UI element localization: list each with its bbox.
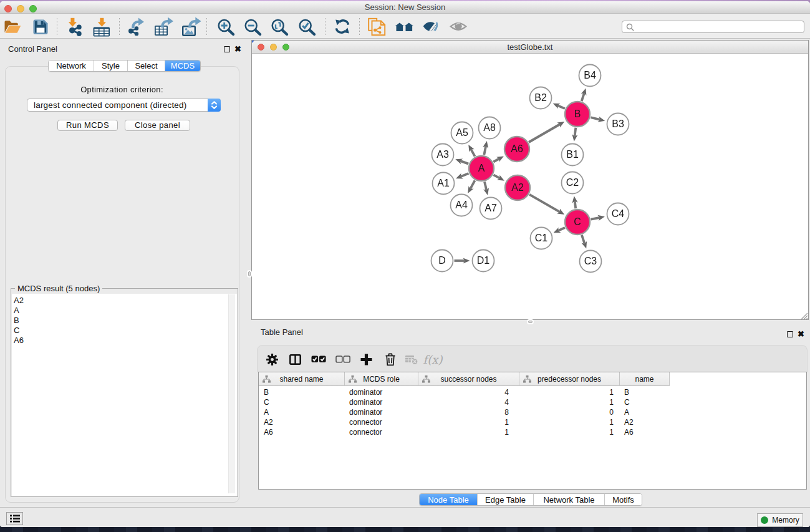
graph-node-B1[interactable]: B1 [562, 144, 584, 166]
graph-node-C[interactable]: C [565, 210, 590, 235]
column-header-shared-name[interactable]: shared name [259, 372, 345, 386]
graph-node-A8[interactable]: A8 [479, 117, 501, 139]
graph-node-B[interactable]: B [565, 102, 590, 127]
criterion-dropdown[interactable]: largest connected component (directed) [27, 99, 221, 112]
table-row[interactable]: A2connector11A2 [259, 417, 670, 427]
network-close-button[interactable] [258, 44, 264, 51]
new-column-button[interactable] [357, 346, 377, 373]
zoom-out-button[interactable] [244, 17, 264, 37]
export-table-button[interactable] [154, 17, 174, 37]
graph-node-A[interactable]: A [469, 156, 494, 181]
open-session-button[interactable] [2, 17, 22, 37]
show-all-icon [448, 17, 468, 37]
zoom-in-button[interactable] [217, 17, 237, 37]
refresh-layout-button[interactable] [332, 17, 352, 37]
save-session-button[interactable] [31, 17, 51, 37]
svg-text:B1: B1 [566, 149, 579, 160]
table-panel-close-icon[interactable]: ✖ [798, 331, 804, 338]
network-graph-canvas[interactable]: AA1A3A5A8A4A7A6A2BB2B4B3B1CC2C4C1C3DD1 [252, 54, 808, 320]
table-cell: 4 [418, 387, 509, 397]
zoom-selected-icon [298, 17, 318, 37]
split-pane-handle-left[interactable] [248, 271, 251, 276]
table-row[interactable]: A6connector11A6 [259, 427, 670, 437]
graph-node-B4[interactable]: B4 [579, 65, 601, 87]
first-neighbors-button[interactable] [395, 17, 415, 37]
result-scrollbar[interactable] [228, 294, 235, 493]
task-history-button[interactable] [6, 512, 23, 525]
graph-node-B3[interactable]: B3 [607, 114, 629, 135]
control-panel-close-icon[interactable]: ✖ [234, 46, 241, 53]
graph-node-A6[interactable]: A6 [504, 137, 529, 162]
delete-columns-button[interactable] [380, 346, 400, 373]
close-panel-button[interactable]: Close panel [125, 120, 190, 131]
tab-mcds[interactable]: MCDS [165, 60, 200, 71]
mcds-result-list[interactable]: A2ABCA6 [12, 296, 24, 346]
graph-node-A7[interactable]: A7 [480, 198, 502, 220]
column-header-MCDS-role[interactable]: MCDS role [345, 372, 418, 386]
function-builder-button[interactable]: f(x) [423, 346, 442, 373]
import-network-button[interactable] [65, 17, 85, 37]
import-table-button[interactable] [92, 17, 112, 37]
graph-node-C3[interactable]: C3 [580, 251, 602, 273]
tab-style[interactable]: Style [94, 60, 128, 71]
result-item[interactable]: A [14, 306, 24, 316]
tab-network[interactable]: Network [49, 60, 94, 71]
result-item[interactable]: C [14, 326, 24, 336]
zoom-window-button[interactable] [29, 5, 37, 12]
tab-network-table[interactable]: Network Table [534, 494, 605, 505]
graph-node-A2[interactable]: A2 [505, 175, 530, 200]
table-row[interactable]: Adominator80A [259, 407, 670, 417]
delete-table-button[interactable] [402, 346, 423, 373]
tab-edge-table[interactable]: Edge Table [478, 494, 534, 505]
graph-node-C2[interactable]: C2 [562, 172, 584, 194]
table-cell: 1 [519, 427, 614, 437]
table-cell: A2 [264, 417, 339, 427]
split-pane-handle-bottom[interactable] [528, 321, 533, 323]
select-all-columns-button[interactable] [307, 346, 330, 373]
table-row[interactable]: Bdominator41B [259, 387, 670, 397]
graph-node-A5[interactable]: A5 [451, 122, 473, 144]
window-resize-grip[interactable] [800, 311, 808, 319]
split-view-button[interactable] [286, 346, 306, 373]
search-box[interactable] [622, 21, 804, 33]
result-item[interactable]: B [14, 316, 24, 326]
graph-node-B2[interactable]: B2 [530, 87, 552, 109]
memory-button[interactable]: Memory [757, 513, 803, 527]
column-header-predecessor-nodes[interactable]: predecessor nodes [519, 372, 620, 386]
unselect-all-columns-button[interactable] [331, 346, 355, 373]
minimize-window-button[interactable] [17, 5, 24, 12]
column-header-successor-nodes[interactable]: successor nodes [418, 372, 519, 386]
close-window-button[interactable] [4, 5, 12, 12]
graph-node-C4[interactable]: C4 [607, 203, 629, 225]
hide-selected-button[interactable] [421, 17, 441, 37]
export-image-button[interactable] [181, 17, 201, 37]
result-item[interactable]: A6 [14, 336, 24, 346]
tab-node-table[interactable]: Node Table [420, 494, 478, 505]
graph-node-D1[interactable]: D1 [473, 250, 494, 272]
graph-node-A4[interactable]: A4 [451, 195, 473, 216]
graph-node-D[interactable]: D [432, 250, 453, 272]
tab-select[interactable]: Select [128, 60, 165, 71]
show-all-button[interactable] [448, 17, 468, 37]
graph-node-C1[interactable]: C1 [531, 228, 552, 249]
table-cell: 0 [519, 407, 614, 417]
run-mcds-button[interactable]: Run MCDS [57, 120, 118, 131]
zoom-selected-button[interactable] [298, 17, 318, 37]
graph-node-A3[interactable]: A3 [432, 144, 454, 166]
column-header-name[interactable]: name [620, 372, 670, 386]
tab-motifs[interactable]: Motifs [605, 494, 642, 505]
table-panel-float-icon[interactable] [787, 331, 793, 337]
node-table[interactable]: shared name MCDS role successor nodes pr… [258, 372, 807, 490]
clone-network-button[interactable] [367, 17, 387, 37]
export-network-button[interactable] [127, 17, 147, 37]
zoom-fit-button[interactable] [271, 17, 291, 37]
table-settings-button[interactable] [263, 346, 283, 373]
table-row[interactable]: Cdominator41C [259, 397, 670, 407]
graph-node-A1[interactable]: A1 [433, 173, 455, 195]
svg-text:C3: C3 [584, 256, 597, 266]
result-item[interactable]: A2 [14, 296, 24, 306]
control-panel-float-icon[interactable] [224, 46, 230, 52]
network-minimize-button[interactable] [270, 44, 277, 51]
network-zoom-button[interactable] [282, 44, 289, 51]
search-input[interactable] [637, 22, 799, 32]
